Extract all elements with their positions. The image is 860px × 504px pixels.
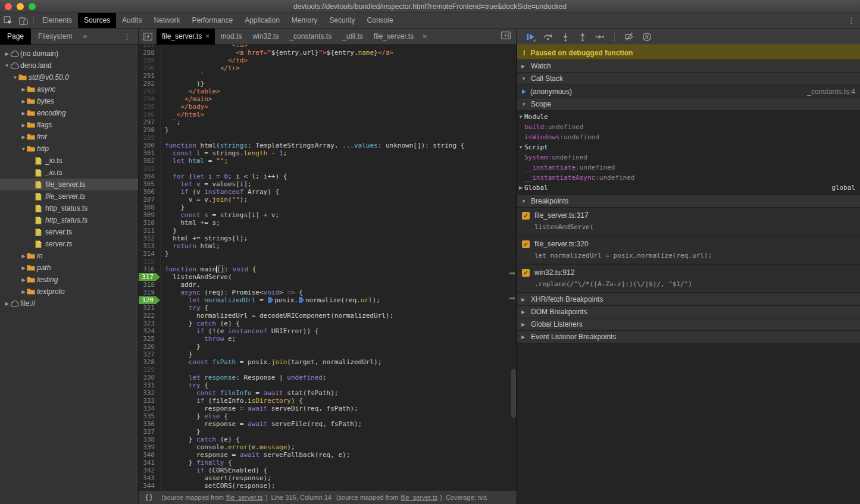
chevron-right-icon[interactable]: ▶: [4, 301, 10, 306]
editor-tab-win32.ts[interactable]: win32.ts: [247, 29, 284, 45]
source-mapped-link[interactable]: file_server.ts: [226, 494, 263, 501]
line-number-305[interactable]: 305: [139, 180, 160, 188]
code-line-292[interactable]: 292 )}: [139, 80, 517, 87]
line-number-325[interactable]: 325: [139, 335, 160, 343]
tree-item-bytes[interactable]: ▶bytes: [0, 95, 138, 107]
code-line-318[interactable]: 318 addr,: [139, 281, 517, 289]
line-number-318[interactable]: 318: [139, 281, 160, 289]
breakpoint-entry-win32.ts:912[interactable]: ✓win32.ts:912.replace(/^\/*([A-Za-z]:)(\…: [517, 265, 860, 293]
line-number-326[interactable]: 326: [139, 343, 160, 350]
line-number-307[interactable]: 307: [139, 196, 160, 204]
code-line-333[interactable]: 333 if (fileInfo.isDirectory) {: [139, 397, 517, 405]
code-text[interactable]: `: [160, 72, 204, 80]
show-panel-icon[interactable]: [501, 31, 511, 42]
tree-item-io[interactable]: ▶io: [0, 250, 138, 262]
code-line-341[interactable]: 341 } finally {: [139, 459, 517, 467]
line-number-344[interactable]: 344: [139, 482, 160, 490]
line-number-319[interactable]: 319: [139, 289, 160, 296]
frame-location[interactable]: _constants.ts:4: [807, 87, 855, 96]
line-number-316[interactable]: 316: [139, 265, 160, 273]
line-number-323[interactable]: 323: [139, 320, 160, 327]
code-text[interactable]: for (let i = 0; i < l; i++) {: [160, 173, 287, 180]
code-text[interactable]: [160, 134, 165, 142]
code-text[interactable]: addr,: [160, 281, 201, 289]
code-text[interactable]: [160, 165, 165, 173]
code-text[interactable]: }: [160, 227, 177, 234]
code-text[interactable]: try {: [160, 304, 208, 312]
chevron-right-icon[interactable]: ▶: [20, 289, 27, 295]
code-text[interactable]: )}: [160, 80, 204, 87]
line-number-343[interactable]: 343: [139, 474, 160, 482]
code-text[interactable]: let v = values[i];: [160, 180, 252, 188]
tree-item-nodomain[interactable]: ▶(no domain): [0, 48, 138, 60]
code-text[interactable]: if (v instanceof Array) {: [160, 188, 279, 196]
code-line-293[interactable]: 293 </table>: [139, 87, 517, 95]
pretty-print-button[interactable]: {}: [145, 493, 153, 502]
code-text[interactable]: setCORS(response);: [160, 482, 275, 490]
code-line-298[interactable]: 298}: [139, 126, 517, 134]
code-text[interactable]: `;: [160, 118, 181, 126]
code-text[interactable]: if (!(e instanceof URIError)) {: [160, 327, 318, 335]
line-number-336[interactable]: 336: [139, 420, 160, 428]
tree-item-async[interactable]: ▶async: [0, 83, 138, 95]
code-text[interactable]: response = await serveDir(req, fsPath);: [160, 405, 358, 412]
chevron-right-icon[interactable]: ▶: [20, 111, 27, 116]
code-line-306[interactable]: 306 if (v instanceof Array) {: [139, 188, 517, 196]
code-text[interactable]: <a href="${entry.url}">${entry.name}</a>: [160, 49, 393, 57]
code-line-309[interactable]: 309 const s = strings[i] + v;: [139, 211, 517, 219]
more-navigator-tabs-icon[interactable]: »: [79, 32, 90, 40]
code-line-332[interactable]: 332 const fileInfo = await stat(fsPath);: [139, 389, 517, 397]
tree-item-encoding[interactable]: ▶encoding: [0, 107, 138, 119]
tree-item-http[interactable]: ▼http: [0, 143, 138, 155]
line-number-302[interactable]: 302: [139, 157, 160, 165]
line-number-304[interactable]: 304: [139, 173, 160, 180]
scope-property-System[interactable]: System: undefined: [517, 152, 860, 162]
line-number-341[interactable]: 341: [139, 459, 160, 467]
line-number-331[interactable]: 331: [139, 381, 160, 389]
code-line-300[interactable]: 300function html(strings: TemplateString…: [139, 142, 517, 149]
code-text[interactable]: const s = strings[i] + v;: [160, 211, 279, 219]
code-text[interactable]: try {: [160, 381, 208, 389]
section-dom-breakpoints[interactable]: ▶DOM Breakpoints: [517, 305, 860, 318]
pause-on-exceptions-icon[interactable]: [642, 32, 652, 42]
step-over-icon[interactable]: [543, 32, 553, 42]
code-line-329[interactable]: 329: [139, 366, 517, 374]
code-text[interactable]: async (req): Promise<void> => {: [160, 289, 303, 296]
code-line-295[interactable]: 295 </body>: [139, 103, 517, 111]
code-line-294[interactable]: 294 </main>: [139, 95, 517, 103]
chevron-right-icon[interactable]: ▶: [20, 123, 27, 128]
tree-item-flags[interactable]: ▶flags: [0, 119, 138, 131]
code-line-287[interactable]: 287 <td>: [139, 45, 517, 49]
section-breakpoints[interactable]: ▼ Breakpoints: [517, 195, 860, 208]
tab-console[interactable]: Console: [361, 13, 399, 28]
section-watch[interactable]: ▶ Watch: [517, 60, 860, 73]
breakpoint-entry-file_server.ts:317[interactable]: ✓file_server.ts:317listenAndServe(: [517, 208, 860, 236]
scope-property-__instantiate[interactable]: __instantiate: undefined: [517, 162, 860, 173]
code-text[interactable]: return html;: [160, 242, 220, 250]
line-number-335[interactable]: 335: [139, 412, 160, 420]
code-text[interactable]: }: [160, 126, 169, 134]
line-number-314[interactable]: 314: [139, 250, 160, 258]
tree-item-deno.land[interactable]: ▼deno.land: [0, 60, 138, 71]
line-number-288[interactable]: 288: [139, 49, 160, 57]
code-line-303[interactable]: 303: [139, 165, 517, 173]
code-line-305[interactable]: 305 let v = values[i];: [139, 180, 517, 188]
line-number-334[interactable]: 334: [139, 405, 160, 412]
code-line-324[interactable]: 324 if (!(e instanceof URIError)) {: [139, 327, 517, 335]
tree-item-textproto[interactable]: ▶textproto: [0, 286, 138, 298]
editor-scrollbar[interactable]: [511, 369, 516, 418]
code-line-302[interactable]: 302 let html = "";: [139, 157, 517, 165]
code-line-340[interactable]: 340 response = await serveFallback(req, …: [139, 451, 517, 459]
code-text[interactable]: } catch (e) {: [160, 320, 240, 327]
code-line-313[interactable]: 313 return html;: [139, 242, 517, 250]
tab-performance[interactable]: Performance: [186, 13, 239, 28]
tree-item-testing[interactable]: ▶testing: [0, 274, 138, 286]
source-mapped-link2[interactable]: file_server.ts: [401, 494, 437, 501]
code-line-319[interactable]: 319 async (req): Promise<void> => {: [139, 289, 517, 296]
tree-item-std@v0.50.0[interactable]: ▼std@v0.50.0: [0, 71, 138, 83]
tree-item-file_server.ts[interactable]: file_server.ts: [0, 190, 138, 202]
tab-audits[interactable]: Audits: [116, 13, 148, 28]
line-number-312[interactable]: 312: [139, 234, 160, 242]
code-text[interactable]: v = v.join("");: [160, 196, 248, 204]
code-line-323[interactable]: 323 } catch (e) {: [139, 320, 517, 327]
